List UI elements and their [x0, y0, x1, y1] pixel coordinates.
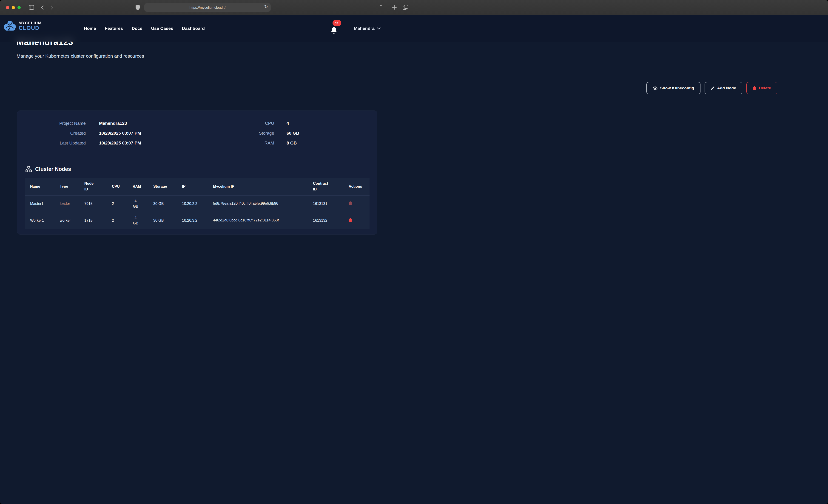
forward-button[interactable]: [50, 5, 53, 10]
col-contract-id: Contract ID: [308, 178, 344, 195]
address-bar-url: https://myceliumcloud.tf: [190, 5, 226, 9]
project-name-value: Mahendra123: [99, 121, 196, 126]
last-updated-label: Last Updated: [26, 140, 86, 145]
cell-node-id: 1715: [80, 212, 107, 229]
delete-node-button[interactable]: [348, 218, 352, 222]
nav-item-use-cases[interactable]: Use Cases: [151, 26, 173, 31]
col-mycelium-ip: Mycelium IP: [208, 178, 308, 195]
col-node-id: Node ID: [80, 178, 107, 195]
cell-type: leader: [55, 195, 80, 212]
col-storage: Storage: [149, 178, 177, 195]
page-content: Mahendra123: [0, 15, 414, 252]
cluster-nodes-header: Cluster Nodes: [26, 166, 71, 172]
zoom-window-button[interactable]: [17, 6, 21, 9]
cpu-label: CPU: [253, 121, 274, 126]
ram-value: 8 GB: [287, 140, 362, 145]
cell-name: Worker1: [25, 212, 55, 229]
cell-storage: 30 GB: [149, 212, 177, 229]
cell-contract-id: 1613132: [308, 212, 344, 229]
close-window-button[interactable]: [6, 6, 9, 9]
cell-ip: 10.20.3.2: [177, 212, 208, 229]
chevron-down-icon: [377, 27, 380, 30]
cpu-value: 4: [287, 121, 362, 126]
cluster-nodes-icon: [26, 166, 32, 172]
cell-ram: 4 GB: [128, 195, 149, 212]
nav-links: Home Features Docs Use Cases Dashboard: [84, 15, 205, 42]
created-value: 10/29/2025 03:07 PM: [99, 131, 196, 136]
cell-mycelium-ip: 446:d2a6:8bcd:8c16:ff0f:72e2:3114:863f: [208, 212, 308, 229]
privacy-shield-icon: [135, 5, 140, 10]
cell-node-id: 7915: [80, 195, 107, 212]
new-tab-icon[interactable]: [392, 5, 397, 10]
nav-item-home[interactable]: Home: [84, 26, 96, 31]
table-header-row: Name Type Node ID CPU RAM Storage IP Myc…: [25, 178, 370, 195]
cell-name: Master1: [25, 195, 55, 212]
delete-node-button[interactable]: [348, 201, 352, 205]
table-row-worker1: Worker1 worker 1715 2 4 GB 30 GB 10.20.3…: [25, 212, 370, 229]
brand-line1: MYCELIUM: [18, 21, 42, 25]
nav-item-features[interactable]: Features: [105, 26, 123, 31]
col-actions: Actions: [344, 178, 370, 195]
cell-contract-id: 1613131: [308, 195, 344, 212]
reload-icon[interactable]: ↻: [264, 4, 268, 9]
cell-cpu: 2: [107, 212, 128, 229]
cell-actions: [344, 195, 370, 212]
brand-logo[interactable]: MYCELIUM CLOUD: [3, 21, 42, 31]
minimize-window-button[interactable]: [12, 6, 15, 9]
col-name: Name: [25, 178, 55, 195]
cell-ram: 4 GB: [128, 212, 149, 229]
cluster-nodes-title: Cluster Nodes: [35, 166, 71, 172]
project-name-label: Project Name: [26, 121, 86, 126]
cell-type: worker: [55, 212, 80, 229]
sidebar-toggle-icon[interactable]: [29, 5, 34, 10]
notification-badge: 11: [333, 20, 341, 26]
share-icon[interactable]: [379, 5, 383, 10]
cell-mycelium-ip: 5d8:78ea:a120:f40c:ff0f:a5fe:99e6:8b96: [208, 195, 308, 212]
cell-cpu: 2: [107, 195, 128, 212]
page-subtitle: Manage your Kubernetes cluster configura…: [16, 53, 144, 59]
col-ram: RAM: [128, 178, 149, 195]
mycelium-cloud-logo-icon: [3, 21, 16, 31]
nav-item-docs[interactable]: Docs: [132, 26, 142, 31]
notifications-button[interactable]: 11: [330, 19, 344, 38]
brand-name: MYCELIUM CLOUD: [18, 21, 42, 31]
table-row-master1: Master1 leader 7915 2 4 GB 30 GB 10.20.2…: [25, 195, 370, 212]
details-right: CPU 4 Storage 60 GB RAM 8 GB: [253, 121, 362, 145]
cell-ip: 10.20.2.2: [177, 195, 208, 212]
cluster-details: Project Name Mahendra123 Created 10/29/2…: [26, 119, 369, 163]
ram-label: RAM: [253, 140, 274, 145]
cell-storage: 30 GB: [149, 195, 177, 212]
address-bar[interactable]: https://myceliumcloud.tf ↻: [144, 3, 271, 12]
storage-value: 60 GB: [287, 131, 362, 136]
browser-window: https://myceliumcloud.tf ↻ Mahendra123: [0, 0, 414, 252]
user-menu[interactable]: Mahendra: [354, 15, 380, 42]
top-navigation: MYCELIUM CLOUD Home Features Docs Use Ca…: [0, 15, 414, 42]
cluster-panel: Project Name Mahendra123 Created 10/29/2…: [17, 111, 377, 235]
last-updated-value: 10/29/2025 03:07 PM: [99, 140, 196, 145]
nav-item-dashboard[interactable]: Dashboard: [182, 26, 205, 31]
bell-icon: [330, 27, 337, 35]
tab-overview-icon[interactable]: [403, 5, 408, 10]
cell-actions: [344, 212, 370, 229]
storage-label: Storage: [253, 131, 274, 136]
details-left: Project Name Mahendra123 Created 10/29/2…: [26, 121, 196, 145]
brand-line2: CLOUD: [18, 25, 42, 31]
created-label: Created: [26, 131, 86, 136]
user-name: Mahendra: [354, 26, 375, 31]
col-type: Type: [55, 178, 80, 195]
cluster-nodes-table: Name Type Node ID CPU RAM Storage IP Myc…: [25, 178, 370, 229]
browser-toolbar: https://myceliumcloud.tf ↻: [0, 0, 414, 15]
col-ip: IP: [177, 178, 208, 195]
back-button[interactable]: [41, 5, 44, 10]
col-cpu: CPU: [107, 178, 128, 195]
